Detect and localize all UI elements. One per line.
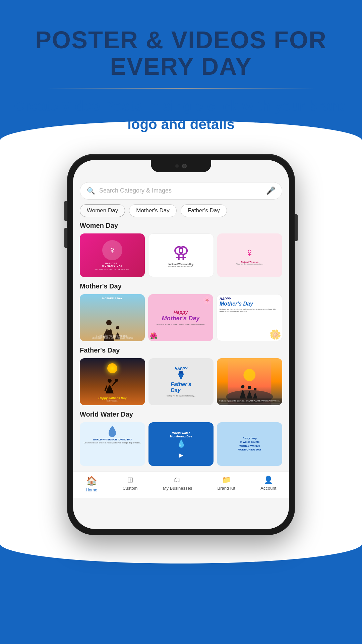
happy-text: Happy <box>174 310 188 315</box>
search-bar[interactable]: 🔍 Search Category & Images 🎤 <box>80 182 282 200</box>
fathers-card1-text: Happy Father's Day to all the dads... <box>80 396 145 402</box>
nav-home[interactable]: 🏠 Home <box>86 476 98 492</box>
mothers-card3-quote: Mothers are the people that feel themsel… <box>220 308 279 313</box>
fathers-day-title: Father's Day <box>80 346 282 354</box>
fathers-day-card-3[interactable]: A father's impact on his child's life...… <box>217 358 282 405</box>
play-button[interactable]: ▶ <box>174 448 188 463</box>
world-water-day-title: World Water Day <box>80 411 282 418</box>
water-card3-inner: Every dropof water countsWORLD WATERMONI… <box>217 422 282 466</box>
main-title: POSTER & VIDEOS FOR EVERY DAY <box>13 27 349 80</box>
header-divider <box>47 88 315 89</box>
every-drop-text: Every dropof water countsWORLD WATERMONI… <box>238 436 261 451</box>
mothers-card1-text: A MOTHER IS YOUR FIRST FRIEND...YOUR BES… <box>81 335 143 339</box>
mothers-card2-desc: A mother's love is more beautiful than a… <box>157 323 205 325</box>
world-water-label: World WaterMonitoring Day <box>170 431 192 438</box>
women-day-section: Women Day NationalWomen's Day SATISFACTI… <box>73 222 289 282</box>
businesses-icon: 🗂 <box>174 476 181 484</box>
svg-point-2 <box>108 379 112 383</box>
mothers-day-text: Mother's Day <box>162 315 199 322</box>
mic-icon[interactable]: 🎤 <box>266 186 275 195</box>
fathers-card3-bg <box>217 358 282 405</box>
brand-kit-icon: 📁 <box>222 476 231 484</box>
chip-mothers-day[interactable]: Mother's Day <box>129 204 177 217</box>
search-placeholder: Search Category & Images <box>99 187 262 194</box>
fathers-day-section: Father's Day <box>73 346 289 411</box>
water-day-card-2[interactable]: World WaterMonitoring Day 💧 SAVEWater ▶ <box>148 422 214 466</box>
svg-point-5 <box>244 369 256 381</box>
wd1-badge: NationalWomen's Day <box>102 262 122 267</box>
water-day-card-3[interactable]: Every dropof water countsWORLD WATERMONI… <box>217 422 282 466</box>
speaker <box>175 164 179 168</box>
women-day-card-3[interactable]: ♀ National Women'sWomen the amazing crea… <box>217 233 282 277</box>
mothers-day-card-1[interactable]: MOTHER'S DAY <box>80 294 145 341</box>
nav-custom[interactable]: ⊞ Custom <box>123 476 138 492</box>
fathers-card1-inner: Happy Father's Day to all the dads... <box>80 358 145 405</box>
mothers-day-card-2[interactable]: Happy Mother's Day A mother's love is mo… <box>148 294 213 341</box>
filter-chips: Women Day Mother's Day Father's Day <box>73 204 289 222</box>
water-day-card-1[interactable]: WORLD WATER MONITORING DAY Let's remind … <box>80 422 145 466</box>
nav-businesses-label: My Businesses <box>163 486 192 491</box>
women-day-cards: NationalWomen's Day SATISFACTION LIES IN… <box>80 233 282 277</box>
fathers-card2-subtext: wishing you the happiest father's day... <box>167 395 195 397</box>
mothers-card3-inner: HAPPY Mother's Day Mothers are the peopl… <box>217 294 282 341</box>
fathers-card2-inner: HAPPY Father'sDay wishing you the happie… <box>167 367 195 397</box>
mothers-card2-inner: Happy Mother's Day A mother's love is mo… <box>148 294 213 341</box>
nav-my-businesses[interactable]: 🗂 My Businesses <box>163 476 192 492</box>
phone-mockup: 🔍 Search Category & Images 🎤 Women Day M… <box>67 154 295 535</box>
front-camera <box>182 164 187 168</box>
nav-account[interactable]: 👤 Account <box>260 476 276 492</box>
women-day-title: Women Day <box>80 222 282 229</box>
phone-screen: 🔍 Search Category & Images 🎤 Women Day M… <box>73 160 289 529</box>
volume-up-button <box>64 201 67 221</box>
fathers-day-card-1[interactable]: Happy Father's Day to all the dads... <box>80 358 145 405</box>
search-icon: 🔍 <box>87 187 95 195</box>
svg-point-8 <box>248 386 251 389</box>
women-day-card-2[interactable]: ⚢ National Women's DaySalute to the Wome… <box>148 233 214 277</box>
women-symbol-icon: ♀ <box>245 246 254 260</box>
water-card1-inner: WORLD WATER MONITORING DAY Let's remind … <box>80 422 145 446</box>
women-circle-icon <box>102 240 122 260</box>
flower-decoration: 🌼 <box>269 329 281 340</box>
water-drop-icon <box>107 425 118 438</box>
chip-women-day[interactable]: Women Day <box>80 204 125 217</box>
world-water-day-section: World Water Day WORLD WATER MONITORING D… <box>73 411 289 471</box>
account-icon: 👤 <box>264 476 273 484</box>
svg-point-7 <box>241 385 245 388</box>
fathers-day-cards: Happy Father's Day to all the dads... HA… <box>80 358 282 405</box>
mothers-day-title: Mother's Day <box>80 282 282 290</box>
water-icon: 💧 <box>177 439 186 448</box>
wd1-subtext: SATISFACTION LIES IN THE EFFORT... <box>94 268 131 270</box>
mothers-day-cards: MOTHER'S DAY <box>80 294 282 341</box>
bottom-nav: 🏠 Home ⊞ Custom 🗂 My Businesses 📁 <box>73 471 289 498</box>
sun-icon <box>107 363 117 373</box>
svg-point-0 <box>106 320 112 325</box>
volume-down-button <box>64 228 67 248</box>
flower-icon: 🌸 <box>202 296 212 305</box>
wd3-text: National Women'sWomen the amazing creato… <box>236 261 263 265</box>
fathers-day-card-2[interactable]: HAPPY Father'sDay wishing you the happie… <box>148 358 214 405</box>
water-card1-title: WORLD WATER MONITORING DAY <box>93 438 132 441</box>
world-water-day-cards: WORLD WATER MONITORING DAY Let's remind … <box>80 422 282 466</box>
mothers-day-section: Mother's Day MOTHER'S DAY <box>73 282 289 346</box>
women-day-card-1[interactable]: NationalWomen's Day SATISFACTION LIES IN… <box>80 233 145 277</box>
chip-fathers-day[interactable]: Father's Day <box>181 204 227 217</box>
svg-point-3 <box>115 379 118 382</box>
nav-brandkit-label: Brand Kit <box>218 486 235 491</box>
nav-account-label: Account <box>260 486 276 491</box>
home-icon: 🏠 <box>86 476 97 486</box>
mothers-overlay-title: MOTHER'S DAY <box>80 297 145 300</box>
power-button <box>295 214 298 241</box>
tie-icon <box>177 371 185 381</box>
svg-point-9 <box>254 388 257 390</box>
subtitle: Create Video Posts in single click with … <box>13 97 349 133</box>
nav-brand-kit[interactable]: 📁 Brand Kit <box>218 476 235 492</box>
water-card1-text: Let's remind each one of us not to waste… <box>84 442 141 444</box>
happy-label: HAPPY <box>220 297 231 301</box>
custom-icon: ⊞ <box>127 476 133 484</box>
nav-custom-label: Custom <box>123 486 138 491</box>
nav-home-label: Home <box>86 487 98 492</box>
svg-point-1 <box>116 326 119 329</box>
flower-icon-2: 🌺 <box>150 332 157 339</box>
mothers-day-card-3[interactable]: HAPPY Mother's Day Mothers are the peopl… <box>217 294 282 341</box>
wd2-text: National Women's DaySalute to the Women … <box>168 263 194 268</box>
